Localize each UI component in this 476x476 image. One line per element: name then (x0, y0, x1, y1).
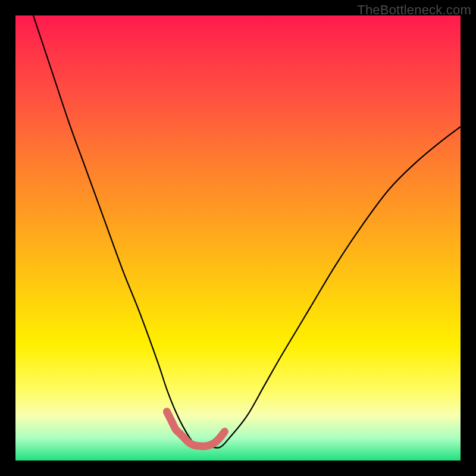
bottleneck-chart (15, 15, 461, 461)
highlight-segment-path (167, 412, 224, 446)
watermark-text: TheBottleneck.com (357, 2, 471, 18)
chart-gradient-area (15, 15, 461, 461)
bottleneck-curve-path (33, 15, 461, 448)
